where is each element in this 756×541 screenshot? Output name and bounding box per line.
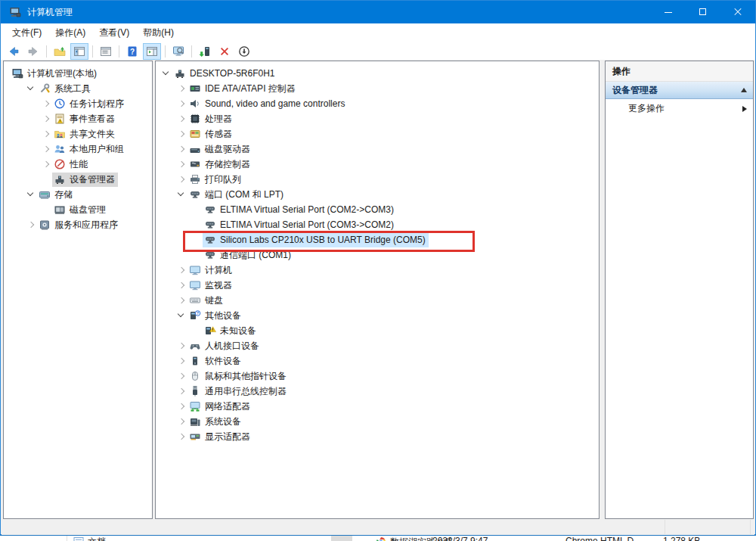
back-button[interactable]	[5, 43, 23, 60]
disk-drive-icon	[189, 143, 201, 155]
menu-item-2[interactable]: 查看(V)	[92, 24, 136, 42]
chevron-down-icon[interactable]	[175, 309, 187, 322]
sidebar-item-4[interactable]: 共享文件夹	[4, 126, 152, 141]
device-item-16[interactable]: ?其他设备	[156, 308, 599, 323]
menu-item-3[interactable]: 帮助(H)	[136, 24, 181, 42]
menu-item-0[interactable]: 文件(F)	[5, 24, 48, 42]
export-list-button[interactable]	[51, 43, 69, 60]
chevron-right-icon[interactable]	[40, 113, 52, 125]
device-item-0[interactable]: DESKTOP-5R6F0H1	[156, 66, 599, 81]
menu-item-1[interactable]: 操作(A)	[48, 24, 92, 42]
chevron-right-icon[interactable]	[175, 98, 187, 110]
device-item-18[interactable]: 人机接口设备	[156, 338, 599, 353]
chevron-right-icon[interactable]	[175, 294, 187, 306]
sidebar-item-5[interactable]: 本地用户和组	[4, 141, 152, 157]
chevron-right-icon[interactable]	[25, 219, 37, 231]
scan-hardware-button[interactable]	[196, 43, 214, 60]
device-item-8[interactable]: 端口 (COM 和 LPT)	[156, 187, 599, 202]
tree-item-label: 服务和应用程序	[54, 219, 118, 232]
sidebar-item-6[interactable]: 性能	[4, 157, 152, 172]
maximize-button[interactable]	[686, 1, 720, 23]
close-button[interactable]	[720, 1, 755, 23]
properties-button[interactable]	[97, 43, 115, 60]
sidebar-item-0[interactable]: 计算机管理(本地)	[4, 66, 152, 81]
device-item-1[interactable]: IDE ATA/ATAPI 控制器	[156, 81, 599, 96]
sidebar-item-2[interactable]: 任务计划程序	[4, 96, 152, 111]
chevron-right-icon[interactable]	[175, 143, 187, 155]
device-item-7[interactable]: 打印队列	[156, 172, 599, 187]
chevron-right-icon[interactable]	[175, 385, 187, 397]
chevron-right-icon[interactable]	[175, 173, 187, 185]
bg-nav-item-documents[interactable]: 文档	[73, 536, 106, 541]
chevron-right-icon[interactable]	[40, 158, 52, 170]
sidebar-item-7[interactable]: 设备管理器	[4, 172, 152, 187]
chevron-right-icon[interactable]	[40, 128, 52, 140]
chevron-right-icon[interactable]	[175, 113, 187, 125]
collapse-arrow-icon[interactable]	[741, 88, 747, 92]
tree-item-content: ELTIMA Virtual Serial Port (COM2->COM3)	[203, 203, 397, 217]
forward-button[interactable]	[24, 43, 42, 60]
serial-port-icon	[189, 188, 201, 201]
chevron-right-icon[interactable]	[175, 431, 187, 443]
sidebar-item-1[interactable]: 系统工具	[4, 81, 152, 96]
device-item-10[interactable]: ELTIMA Virtual Serial Port (COM3->COM2)	[156, 217, 599, 232]
chevron-right-icon[interactable]	[175, 82, 187, 95]
show-action-pane-button[interactable]	[143, 43, 161, 60]
minimize-button[interactable]	[651, 1, 686, 23]
device-item-4[interactable]: 传感器	[156, 126, 599, 141]
toolbar-separator	[119, 45, 119, 58]
sidebar-item-10[interactable]: 服务和应用程序	[4, 217, 152, 232]
tree-item-content: Sound, video and game controllers	[187, 97, 348, 111]
device-item-23[interactable]: 系统设备	[156, 414, 599, 429]
chevron-right-icon[interactable]	[175, 355, 187, 367]
monitor-icon	[189, 279, 201, 291]
title-bar[interactable]: 计算机管理	[1, 1, 755, 23]
chevron-down-icon[interactable]	[25, 82, 37, 95]
sidebar-item-8[interactable]: 存储	[4, 187, 152, 202]
device-item-21[interactable]: 通用串行总线控制器	[156, 384, 599, 399]
window-list-icon	[100, 45, 112, 58]
device-item-22[interactable]: 网络适配器	[156, 399, 599, 414]
event-viewer-icon	[54, 113, 66, 125]
disable-device-button[interactable]	[215, 43, 234, 60]
device-item-2[interactable]: Sound, video and game controllers	[156, 96, 599, 111]
device-item-3[interactable]: 处理器	[156, 111, 599, 126]
more-actions-item[interactable]: 更多操作	[606, 99, 753, 118]
chevron-right-icon[interactable]	[40, 98, 52, 110]
device-item-6[interactable]: 存储控制器	[156, 157, 599, 172]
device-item-20[interactable]: 鼠标和其他指针设备	[156, 368, 599, 384]
actions-group-device-manager[interactable]: 设备管理器	[606, 82, 753, 99]
services-apps-icon	[39, 219, 51, 231]
keyboard-icon	[189, 294, 201, 306]
chevron-right-icon[interactable]	[175, 264, 187, 276]
chevron-right-icon[interactable]	[175, 400, 187, 412]
chevron-right-icon[interactable]	[175, 415, 187, 428]
device-item-5[interactable]: 磁盘驱动器	[156, 141, 599, 157]
device-item-9[interactable]: ELTIMA Virtual Serial Port (COM2->COM3)	[156, 202, 599, 217]
device-item-13[interactable]: 计算机	[156, 263, 599, 278]
device-item-24[interactable]: 显示适配器	[156, 429, 599, 444]
processor-icon	[189, 113, 201, 125]
sidebar-item-3[interactable]: 事件查看器	[4, 111, 152, 126]
window-left-pane-icon	[73, 45, 85, 58]
tree-item-label: 计算机	[205, 264, 232, 277]
chevron-down-icon[interactable]	[175, 188, 187, 201]
chevron-down-icon[interactable]	[160, 67, 172, 79]
show-console-tree-button[interactable]	[70, 43, 88, 60]
device-item-17[interactable]: 未知设备	[156, 323, 599, 338]
update-driver-button[interactable]	[235, 43, 253, 60]
chevron-right-icon[interactable]	[175, 279, 187, 291]
chevron-right-icon[interactable]	[175, 340, 187, 352]
device-item-14[interactable]: 监视器	[156, 278, 599, 293]
device-item-19[interactable]: 软件设备	[156, 353, 599, 368]
chevron-right-icon[interactable]	[175, 128, 187, 140]
chevron-right-icon[interactable]	[175, 158, 187, 170]
chevron-right-icon[interactable]	[40, 143, 52, 155]
actions-panel: 操作 设备管理器 更多操作	[605, 61, 754, 519]
device-item-15[interactable]: 键盘	[156, 293, 599, 308]
help-button[interactable]: ?	[123, 43, 141, 60]
chevron-down-icon[interactable]	[25, 188, 37, 201]
sidebar-item-9[interactable]: 磁盘管理	[4, 202, 152, 217]
chevron-right-icon[interactable]	[175, 370, 187, 382]
console-window-button[interactable]	[169, 43, 187, 60]
